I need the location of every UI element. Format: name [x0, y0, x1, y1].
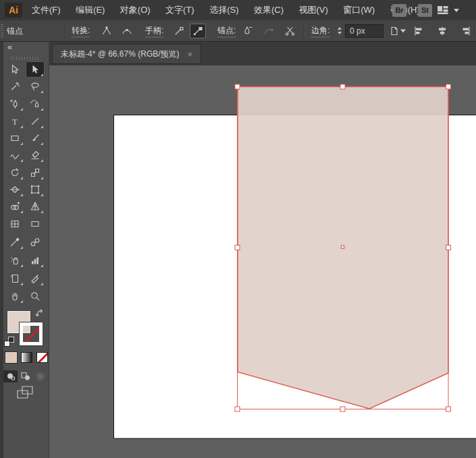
menu-items: 文件(F) 编辑(E) 对象(O) 文字(T) 选择(S) 效果(C) 视图(V… [26, 0, 426, 20]
draw-normal-mode[interactable] [3, 370, 18, 382]
line-segment-tool[interactable] [26, 113, 45, 130]
selection-handle[interactable] [235, 84, 240, 89]
selection-handle[interactable] [446, 246, 451, 250]
document-tab[interactable]: 未标题-4* @ 66.67% (RGB/预览) × [52, 44, 201, 64]
corner-radius-input[interactable] [345, 24, 384, 38]
corner-label: 边角: [311, 24, 329, 37]
free-transform-tool[interactable] [26, 181, 45, 198]
selection-tool[interactable] [5, 61, 24, 78]
none-slash-icon [36, 352, 48, 363]
cut-path-icon[interactable] [282, 24, 298, 38]
menu-view[interactable]: 视图(V) [292, 0, 334, 20]
show-handles-icon[interactable] [190, 24, 206, 38]
menu-type[interactable]: 文字(T) [159, 0, 201, 20]
gradient-button[interactable] [21, 352, 32, 363]
hide-handles-icon[interactable] [171, 24, 187, 38]
control-bar: 锚点 转换: 手柄: 锚点: [0, 20, 476, 42]
menu-effect[interactable]: 效果(C) [248, 0, 290, 20]
slice-tool[interactable] [26, 270, 45, 287]
svg-text:T: T [12, 117, 18, 127]
selection-handle[interactable] [446, 84, 451, 89]
swap-fill-stroke-icon[interactable] [35, 309, 45, 322]
convert-to-corner-icon[interactable] [99, 24, 115, 38]
menu-file[interactable]: 文件(F) [26, 0, 67, 20]
color-button[interactable] [5, 352, 17, 363]
separator [304, 24, 305, 38]
shape-builder-tool[interactable] [5, 198, 24, 214]
workspace-switcher-icon[interactable] [437, 5, 449, 18]
none-button[interactable] [36, 352, 48, 363]
curvature-tool[interactable] [26, 96, 45, 112]
stroke-color-swatch[interactable] [20, 322, 43, 345]
rotate-tool[interactable] [5, 165, 24, 181]
app-logo: Ai [5, 3, 22, 18]
menu-select[interactable]: 选择(S) [203, 0, 244, 20]
eyedropper-tool[interactable] [5, 234, 24, 250]
shaper-tool[interactable] [5, 147, 24, 163]
lasso-tool[interactable] [26, 78, 45, 94]
shape-center-point[interactable] [341, 246, 344, 249]
connect-path-icon-disabled [261, 24, 277, 38]
draw-behind-mode[interactable] [18, 370, 32, 382]
selection-handle[interactable] [446, 407, 451, 411]
menu-edit[interactable]: 编辑(E) [70, 0, 111, 20]
selection-handle[interactable] [340, 407, 345, 411]
align-left-icon[interactable] [411, 24, 427, 38]
type-tool[interactable]: T [5, 113, 24, 130]
menu-window[interactable]: 窗口(W) [337, 0, 381, 20]
corner-stepper[interactable] [336, 24, 343, 38]
none-slash-icon [22, 322, 43, 345]
draw-inside-mode[interactable] [33, 370, 47, 382]
context-label: 锚点 [7, 25, 23, 36]
document-tab-bar: 未标题-4* @ 66.67% (RGB/预览) × [49, 42, 476, 65]
zoom-tool[interactable] [26, 288, 45, 304]
dock-edge [0, 42, 3, 458]
default-fill-stroke-icon[interactable] [4, 337, 15, 347]
anchors-label: 锚点: [217, 24, 236, 37]
document-tab-title: 未标题-4* @ 66.67% (RGB/预览) [61, 49, 180, 60]
selection-handle[interactable] [235, 246, 240, 250]
eraser-tool[interactable] [26, 147, 45, 163]
tab-close-icon[interactable]: × [188, 50, 193, 59]
selection-handle[interactable] [340, 84, 345, 89]
convert-to-smooth-icon[interactable] [119, 24, 135, 38]
document-canvas [0, 0, 476, 458]
menu-bar: Ai 文件(F) 编辑(E) 对象(O) 文字(T) 选择(S) 效果(C) 视… [0, 0, 476, 20]
remove-anchor-icon[interactable] [239, 24, 255, 38]
mesh-tool[interactable] [5, 216, 24, 232]
selection-handle[interactable] [235, 407, 240, 411]
tools-panel: « T [0, 42, 49, 458]
magic-wand-tool[interactable] [5, 78, 24, 94]
direct-selection-tool[interactable] [26, 61, 45, 78]
gradient-tool[interactable] [26, 216, 45, 232]
artboard-tool[interactable] [5, 270, 24, 287]
width-tool[interactable] [5, 181, 24, 198]
align-right-icon[interactable] [458, 24, 474, 38]
convert-label: 转换: [72, 24, 90, 37]
menu-object[interactable]: 对象(O) [114, 0, 157, 20]
bridge-button[interactable]: Br [392, 4, 406, 17]
symbol-sprayer-tool[interactable] [5, 252, 24, 268]
separator [65, 24, 65, 38]
control-bar-grip[interactable] [1, 24, 3, 38]
handles-label: 手柄: [145, 24, 163, 37]
stock-button[interactable]: St [418, 4, 432, 17]
column-graph-tool[interactable] [26, 252, 45, 268]
align-center-icon[interactable] [434, 24, 450, 38]
stepper-up-icon[interactable] [338, 27, 342, 30]
scale-tool[interactable] [26, 165, 45, 181]
separator [475, 24, 475, 38]
panel-grip[interactable] [11, 57, 39, 60]
pen-tool[interactable] [5, 96, 24, 112]
rectangle-tool[interactable] [5, 130, 24, 146]
stepper-down-icon[interactable] [338, 32, 342, 34]
document-setup-chevron-icon[interactable] [400, 29, 406, 32]
change-screen-mode-icon[interactable] [16, 385, 34, 403]
blend-tool[interactable] [26, 234, 45, 250]
perspective-grid-tool[interactable] [26, 198, 45, 214]
workspace-chevron-icon[interactable] [454, 9, 459, 12]
hand-tool[interactable] [5, 288, 24, 304]
paintbrush-tool[interactable] [26, 130, 45, 146]
collapse-panel-icon[interactable]: « [7, 42, 12, 52]
